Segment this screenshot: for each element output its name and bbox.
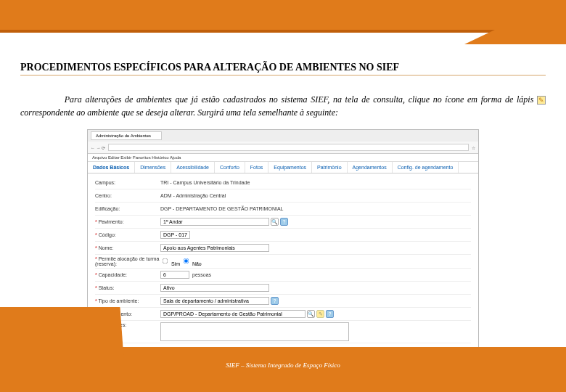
app-tab-strip: Dados Básicos Dimensões Acessibilidade C… — [88, 162, 478, 173]
help-icon[interactable]: ? — [280, 218, 288, 226]
label-capacidade: Capacidade: — [95, 272, 160, 277]
embedded-screenshot: Administração de Ambientes ← → ⟳ ☆ Arqui… — [87, 129, 479, 380]
input-capacidade[interactable]: 6 — [160, 271, 189, 279]
select-status[interactable]: Ativo — [160, 284, 269, 292]
tab-dados-basicos[interactable]: Dados Básicos — [88, 162, 135, 173]
help-icon[interactable]: ? — [271, 297, 279, 305]
tab-agendamentos[interactable]: Agendamentos — [348, 162, 393, 173]
address-input[interactable] — [108, 144, 469, 151]
top-banner — [0, 0, 566, 33]
row-capacidade: Capacidade: 6 pessoas — [95, 270, 471, 282]
row-permite: Permite alocação de turma (reserva): Sim… — [95, 256, 471, 269]
row-status: Status: Ativo — [95, 283, 471, 295]
label-campus: Campus: — [95, 180, 160, 185]
browser-menubar[interactable]: Arquivo Editar Exibir Favoritos Históric… — [88, 154, 478, 162]
intro-text-1: no sistema SIEF, na tela de consulta, cl… — [266, 94, 537, 105]
row-centro: Centro: ADM - Administração Central — [95, 191, 471, 203]
tab-config-agend[interactable]: Config. de agendamento — [393, 162, 459, 173]
tab-dimensoes[interactable]: Dimensões — [135, 162, 171, 173]
row-nome: Nome: Apoio aos Agentes Patrimoniais — [95, 243, 471, 255]
tab-conforto[interactable]: Conforto — [215, 162, 245, 173]
label-edif: Edificação: — [95, 206, 160, 211]
row-edificacao: Edificação: DGP - DEPARTAMENTO DE GESTÃO… — [95, 204, 471, 216]
intro-text-2: correspondente ao ambiente que se deseja… — [20, 107, 338, 118]
select-pavimento[interactable]: 1º Andar — [160, 218, 269, 226]
row-pavimento: Pavimento: 1º Andar 🔍 ? — [95, 217, 471, 229]
tab-fotos[interactable]: Fotos — [245, 162, 269, 173]
pencil-icon — [537, 96, 546, 105]
label-centro: Centro: — [95, 193, 160, 198]
radio-sim[interactable]: Sim — [160, 256, 180, 266]
search-icon[interactable]: 🔍 — [271, 218, 279, 226]
tab-equipamentos[interactable]: Equipamentos — [268, 162, 312, 173]
intro-paragraph: Para alterações de ambientes que já estã… — [20, 93, 546, 119]
search-icon[interactable]: 🔍 — [307, 310, 315, 318]
browser-toolbar: ← → ⟳ ☆ — [88, 142, 478, 154]
pencil-icon[interactable]: ✎ — [316, 310, 324, 318]
row-campus: Campus: TRI - Campus Universitário da Tr… — [95, 178, 471, 189]
label-tipo: Tipo de ambiente: — [95, 298, 160, 303]
label-status: Status: — [95, 285, 160, 290]
intro-emph: Para alterações de ambientes que já estã… — [65, 94, 266, 105]
row-codigo: Código: DGP - 017 — [95, 230, 471, 242]
input-depto[interactable]: DGP/PROAD - Departamento de Gestão Patri… — [160, 310, 305, 318]
input-nome[interactable]: Apoio aos Agentes Patrimoniais — [160, 244, 269, 252]
tab-patrimonio[interactable]: Patrimônio — [312, 162, 347, 173]
row-depto: Departamento: DGP/PROAD - Departamento d… — [95, 309, 471, 321]
label-pavimento: Pavimento: — [95, 219, 160, 224]
tab-acessibilidade[interactable]: Acessibilidade — [171, 162, 215, 173]
value-centro: ADM - Administração Central — [160, 193, 226, 198]
cap-unit: pessoas — [192, 272, 211, 277]
input-codigo[interactable]: DGP - 017 — [160, 231, 190, 239]
label-codigo: Código: — [95, 232, 160, 237]
value-edif: DGP - DEPARTAMENTO DE GESTÃO PATRIMONIAL — [160, 206, 283, 211]
bottom-banner — [0, 347, 566, 392]
label-nome: Nome: — [95, 245, 160, 250]
help-icon[interactable]: ? — [326, 310, 334, 318]
form-area: Campus: TRI - Campus Universitário da Tr… — [88, 173, 478, 369]
star-icon[interactable]: ☆ — [472, 145, 475, 150]
select-tipo[interactable]: Sala de departamento / administrativa — [160, 297, 269, 305]
radio-nao[interactable]: Não — [181, 256, 202, 266]
footer-text: SIEF – Sistema Integrado de Espaço Físic… — [0, 362, 566, 369]
nav-icons[interactable]: ← → ⟳ — [91, 145, 105, 150]
label-permite: Permite alocação de turma (reserva): — [95, 256, 160, 266]
browser-tab[interactable]: Administração de Ambientes — [91, 131, 162, 140]
page-title: PROCEDIMENTOS ESPECÍFICOS PARA ALTERAÇÃO… — [20, 62, 546, 75]
row-obs: Observações: — [95, 322, 471, 343]
browser-tab-strip: Administração de Ambientes — [88, 130, 478, 142]
textarea-obs[interactable] — [160, 322, 349, 341]
row-tipo: Tipo de ambiente: Sala de departamento /… — [95, 296, 471, 308]
value-campus: TRI - Campus Universitário da Trindade — [160, 180, 250, 185]
